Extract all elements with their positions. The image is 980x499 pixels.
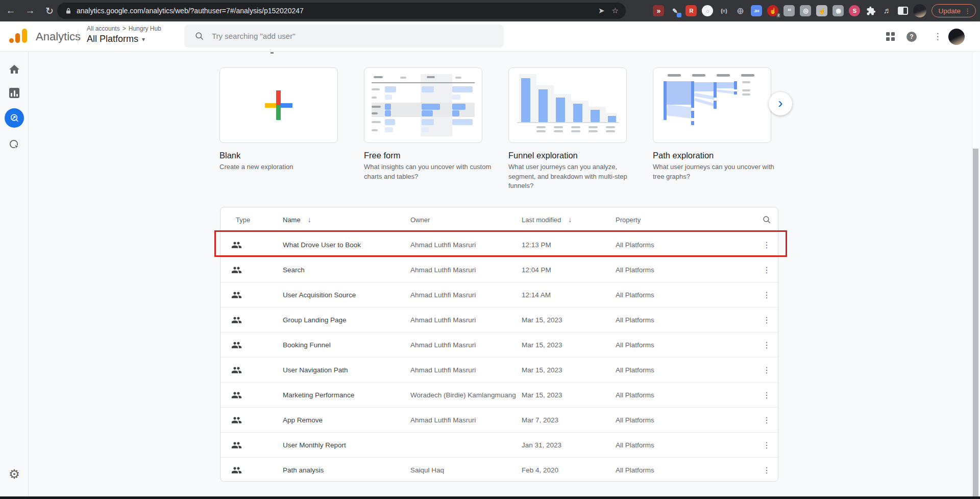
- browser-menu-icon[interactable]: ⋮: [964, 7, 971, 15]
- table-search-icon[interactable]: [762, 215, 772, 225]
- table-header-row: Type Name ↓ Owner Last modified ↓ Proper…: [220, 207, 778, 232]
- exploration-name[interactable]: User Acquisition Source: [283, 291, 410, 299]
- chrome-update-button[interactable]: Update ⋮: [932, 4, 976, 17]
- dot-circle-icon[interactable]: ◌: [702, 5, 713, 16]
- row-menu-icon[interactable]: ⋮: [763, 465, 771, 475]
- table-row[interactable]: Search Ahmad Luthfi Masruri 12:04 PM All…: [220, 257, 778, 282]
- scrollbar-thumb[interactable]: [973, 149, 978, 499]
- exploration-modified: Mar 7, 2023: [522, 416, 616, 424]
- sidebar-item-home[interactable]: [0, 63, 29, 76]
- split-screen-icon[interactable]: [898, 7, 908, 15]
- user-exploration-icon: [231, 440, 242, 450]
- user-exploration-icon: [231, 415, 242, 425]
- hand-blocker-icon[interactable]: ☝2: [767, 5, 778, 16]
- table-row[interactable]: Marketing Performance Woradech (Birdie) …: [220, 382, 778, 407]
- back-icon[interactable]: ←: [3, 3, 18, 18]
- row-menu-icon[interactable]: ⋮: [763, 365, 771, 375]
- header-last-modified[interactable]: Last modified: [522, 216, 561, 224]
- template-card-blank[interactable]: [219, 67, 338, 143]
- forward-icon[interactable]: →: [22, 3, 38, 18]
- browser-toolbar-right: »✎R◌(≡)⊕JH☝2“◎☝◉S ♬ Update ⋮: [653, 0, 980, 21]
- reload-icon[interactable]: ↻: [42, 3, 57, 18]
- gear-icon: ⚙: [9, 468, 20, 481]
- diagnostics-grid-icon[interactable]: [885, 21, 895, 52]
- table-row[interactable]: Booking Funnel Ahmad Luthfi Masruri Mar …: [220, 332, 778, 357]
- analytics-logo-icon: [8, 28, 31, 44]
- camera-icon[interactable]: ◉: [832, 5, 844, 16]
- header-owner[interactable]: Owner: [410, 216, 522, 224]
- extensions-puzzle-icon[interactable]: [865, 5, 876, 16]
- row-menu-icon[interactable]: ⋮: [763, 290, 771, 300]
- sort-arrow-icon[interactable]: ↓: [308, 216, 311, 224]
- table-row[interactable]: User Navigation Path Ahmad Luthfi Masrur…: [220, 357, 778, 382]
- more-menu-icon[interactable]: ⋮: [934, 21, 942, 52]
- color-picker-icon[interactable]: ✎: [669, 5, 680, 16]
- sidebar-item-settings[interactable]: ⚙: [0, 468, 29, 481]
- template-card-path[interactable]: [653, 67, 771, 143]
- line-app-icon[interactable]: “: [783, 5, 795, 16]
- exploration-name[interactable]: Booking Funnel: [283, 341, 410, 349]
- breadcrumb-all-accounts[interactable]: All accounts: [87, 25, 120, 32]
- breadcrumb-account[interactable]: Hungry Hub: [129, 25, 161, 32]
- template-card-free-form[interactable]: [364, 67, 482, 143]
- video-speed-controller-icon[interactable]: »: [653, 5, 664, 16]
- row-menu-icon[interactable]: ⋮: [763, 265, 771, 275]
- table-row[interactable]: Group Landing Page Ahmad Luthfi Masruri …: [220, 307, 778, 332]
- sidebar-item-explore[interactable]: [0, 108, 29, 128]
- bookmark-star-icon[interactable]: ☆: [612, 6, 619, 15]
- exploration-name[interactable]: Marketing Performance: [283, 391, 410, 399]
- exploration-modified: Mar 15, 2023: [522, 341, 616, 349]
- send-icon[interactable]: ➤: [598, 6, 605, 15]
- account-switcher[interactable]: All accounts > Hungry Hub All Platforms …: [87, 25, 161, 44]
- exploration-type-cell: [220, 290, 283, 300]
- exploration-modified: Mar 15, 2023: [522, 391, 616, 399]
- sidebar-item-reports[interactable]: [0, 88, 29, 98]
- template-card-funnel[interactable]: [508, 67, 627, 143]
- property-selector-label[interactable]: All Platforms: [87, 34, 138, 44]
- row-menu-icon[interactable]: ⋮: [763, 340, 771, 350]
- search-input[interactable]: Try searching "add user": [184, 25, 504, 47]
- header-property[interactable]: Property: [616, 216, 755, 224]
- sidebar-item-advertising[interactable]: [0, 138, 29, 151]
- touch-tool-icon[interactable]: ☝: [816, 5, 827, 16]
- exploration-owner: Ahmad Luthfi Masruri: [410, 316, 522, 324]
- header-name[interactable]: Name: [283, 216, 301, 224]
- ga-profile-avatar[interactable]: [948, 21, 965, 52]
- row-menu-icon[interactable]: ⋮: [763, 390, 771, 400]
- cutoff-text-fragment: [271, 52, 274, 54]
- breadcrumb: All accounts > Hungry Hub: [87, 25, 161, 32]
- m-circle-icon[interactable]: ◎: [800, 5, 811, 16]
- help-icon[interactable]: ?: [906, 21, 917, 52]
- media-queue-icon[interactable]: ♬: [881, 6, 893, 15]
- table-row[interactable]: Path analysis Saiqul Haq Feb 4, 2020 All…: [220, 457, 778, 482]
- row-menu-icon[interactable]: ⋮: [763, 315, 771, 325]
- exploration-name[interactable]: App Remove: [283, 416, 410, 424]
- user-exploration-icon: [231, 390, 242, 400]
- next-templates-button[interactable]: ›: [769, 92, 792, 115]
- braces-menu-icon[interactable]: (≡): [718, 5, 729, 16]
- exploration-property: All Platforms: [616, 366, 755, 374]
- exploration-modified: 12:14 AM: [522, 291, 616, 299]
- browser-profile-avatar[interactable]: [913, 4, 926, 17]
- address-bar[interactable]: analytics.google.com/analytics/web/?auth…: [57, 3, 626, 19]
- jh-monogram-icon[interactable]: JH: [751, 5, 762, 16]
- header-type[interactable]: Type: [220, 216, 283, 224]
- scrollbar-track[interactable]: [972, 52, 980, 496]
- exploration-name[interactable]: User Monthly Report: [283, 441, 410, 449]
- r-ribbon-icon[interactable]: R: [685, 5, 697, 16]
- url-text[interactable]: analytics.google.com/analytics/web/?auth…: [77, 7, 598, 15]
- table-row[interactable]: App Remove Ahmad Luthfi Masruri Mar 7, 2…: [220, 407, 778, 432]
- exploration-owner: Ahmad Luthfi Masruri: [410, 416, 522, 424]
- funnel-thumbnail: [516, 74, 619, 136]
- globe-icon[interactable]: ⊕: [734, 5, 746, 16]
- row-menu-icon[interactable]: ⋮: [763, 415, 771, 425]
- exploration-name[interactable]: User Navigation Path: [283, 366, 410, 374]
- row-menu-icon[interactable]: ⋮: [763, 440, 771, 450]
- exploration-name[interactable]: Group Landing Page: [283, 316, 410, 324]
- table-row[interactable]: User Acquisition Source Ahmad Luthfi Mas…: [220, 282, 778, 307]
- table-row[interactable]: User Monthly Report Jan 31, 2023 All Pla…: [220, 432, 778, 457]
- sort-arrow-icon[interactable]: ↓: [568, 216, 572, 224]
- exploration-name[interactable]: Search: [283, 266, 410, 274]
- exploration-name[interactable]: Path analysis: [283, 466, 410, 474]
- scribe-icon[interactable]: S: [849, 5, 860, 16]
